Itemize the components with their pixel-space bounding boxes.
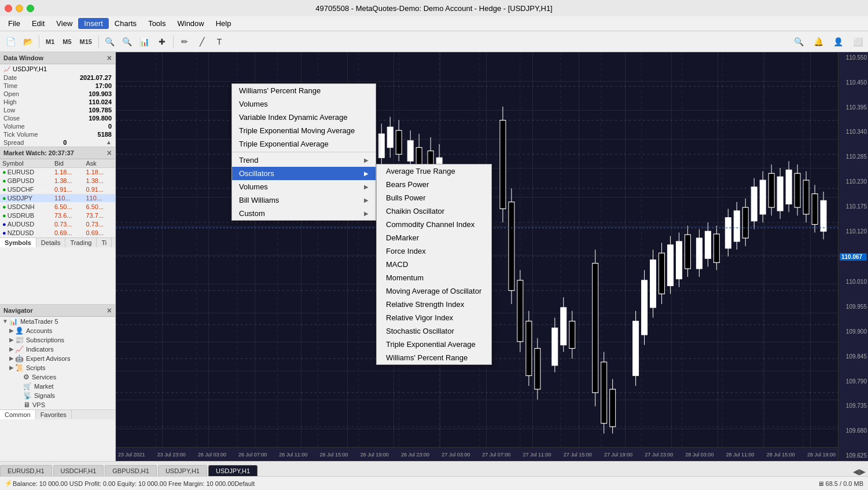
- nav-item-expert-advisors[interactable]: ▶ 🤖 Expert Advisors: [0, 354, 115, 363]
- market-symbol-EURUSD[interactable]: ●EURUSD: [0, 168, 52, 177]
- new-chart-btn[interactable]: 📄: [2, 34, 19, 50]
- tab-right-arrow[interactable]: ▶: [859, 467, 866, 476]
- crosshair-btn[interactable]: ✚: [154, 34, 170, 50]
- nav-item-indicators[interactable]: ▶ 📈 Indicators: [0, 345, 115, 354]
- ind-billwilliams[interactable]: Bill Williams ▶: [232, 193, 376, 207]
- notification-btn[interactable]: 🔔: [810, 34, 826, 50]
- chart-tab-usdchf[interactable]: USDCHF,H1: [53, 465, 104, 476]
- market-tab-details[interactable]: Details: [36, 238, 66, 247]
- chart-tab-usdjpy1[interactable]: USDJPY,H1: [158, 465, 207, 476]
- tf-m5[interactable]: M5: [59, 37, 75, 46]
- nav-item-signals[interactable]: 📡 Signals: [0, 391, 115, 400]
- menu-help[interactable]: Help: [210, 18, 237, 29]
- osc-bulls[interactable]: Bulls Power: [377, 191, 491, 204]
- menu-tools[interactable]: Tools: [142, 18, 171, 29]
- time-27jul15: 27 Jul 15:00: [564, 452, 592, 458]
- svg-rect-69: [633, 321, 639, 375]
- chart-tab-usdjpy2[interactable]: USDJPY,H1: [208, 465, 258, 476]
- market-watch-close[interactable]: ×: [107, 148, 112, 158]
- navigator-close[interactable]: ×: [107, 306, 112, 315]
- svg-rect-49: [509, 202, 514, 291]
- text-btn[interactable]: T: [211, 34, 227, 50]
- nav-tab-favorites[interactable]: Favorites: [36, 410, 72, 419]
- market-symbol-USDCHF[interactable]: ●USDCHF: [0, 185, 52, 194]
- account-btn[interactable]: 👤: [830, 34, 846, 50]
- chart-tab-gbpusd[interactable]: GBPUSD,H1: [105, 465, 157, 476]
- market-symbol-USDCNH[interactable]: ●USDCNH: [0, 203, 52, 211]
- menu-charts[interactable]: Charts: [109, 18, 142, 29]
- tab-left-arrow[interactable]: ◀: [853, 467, 859, 476]
- zoom-in-btn[interactable]: 🔍: [102, 34, 118, 50]
- price-110450: 110.450: [840, 79, 867, 86]
- nav-item-vps[interactable]: 🖥 VPS: [0, 400, 115, 409]
- osc-atr[interactable]: Average True Range: [377, 164, 491, 178]
- osc-rvi[interactable]: Relative Vigor Index: [377, 311, 491, 324]
- data-row-open: Open 109.903: [0, 90, 115, 98]
- market-tab-trading[interactable]: Trading: [65, 238, 97, 247]
- osc-chaikin[interactable]: Chaikin Oscillator: [377, 204, 491, 218]
- terminal-btn[interactable]: ⬜: [849, 34, 866, 50]
- minimize-button[interactable]: [16, 5, 23, 12]
- osc-rsi[interactable]: Relative Strength Index: [377, 298, 491, 311]
- chart-select-btn[interactable]: 📊: [137, 34, 153, 50]
- menu-edit[interactable]: Edit: [26, 18, 50, 29]
- osc-force[interactable]: Force Index: [377, 244, 491, 258]
- market-symbol-NZDUSD[interactable]: ●NZDUSD: [0, 229, 52, 237]
- osc-demarker[interactable]: DeMarker: [377, 231, 491, 244]
- menu-insert[interactable]: Insert: [78, 18, 109, 29]
- osc-tea[interactable]: Triple Exponential Average: [377, 338, 491, 351]
- nav-icon-vps: 🖥: [23, 401, 30, 409]
- nav-item-accounts[interactable]: ▶ 👤 Accounts: [0, 326, 115, 335]
- tf-m1[interactable]: M1: [42, 37, 58, 46]
- close-button[interactable]: [5, 5, 12, 12]
- ind-williams[interactable]: Williams' Percent Range: [232, 84, 376, 97]
- menu-window[interactable]: Window: [171, 18, 209, 29]
- osc-mao[interactable]: Moving Average of Oscillator: [377, 284, 491, 298]
- draw-btn[interactable]: ✏: [176, 34, 193, 50]
- maximize-button[interactable]: [27, 5, 34, 12]
- nav-item-services[interactable]: ⚙ Services: [0, 372, 115, 382]
- line-btn[interactable]: ╱: [194, 34, 210, 50]
- nav-item-subscriptions[interactable]: ▶ 📰 Subscriptions: [0, 335, 115, 345]
- market-bid-NZDUSD: 0.69...: [52, 229, 83, 237]
- ind-volumes[interactable]: Volumes: [232, 97, 376, 111]
- market-symbol-GBPUSD[interactable]: ●GBPUSD: [0, 177, 52, 185]
- ind-trend[interactable]: Trend ▶: [232, 153, 376, 167]
- status-connection: ⚡: [5, 480, 13, 487]
- ind-custom[interactable]: Custom ▶: [232, 207, 376, 220]
- svg-rect-101: [777, 177, 783, 211]
- menu-file[interactable]: File: [2, 18, 26, 29]
- market-tab-ti[interactable]: Ti: [97, 238, 112, 247]
- search-btn[interactable]: 🔍: [790, 34, 807, 50]
- time-axis: 23 Jul 2021 23 Jul 23:00 26 Jul 03:00 26…: [116, 447, 838, 461]
- osc-macd[interactable]: MACD: [377, 258, 491, 271]
- open-btn[interactable]: 📂: [20, 34, 36, 50]
- osc-stoch[interactable]: Stochastic Oscillator: [377, 324, 491, 338]
- ind-tema[interactable]: Triple Exponential Moving Average: [232, 124, 376, 137]
- nav-label: Indicators: [26, 346, 54, 353]
- osc-cci[interactable]: Commodity Channel Index: [377, 218, 491, 231]
- nav-item-scripts[interactable]: ▶ 📜 Scripts: [0, 363, 115, 372]
- market-tab-symbols[interactable]: Symbols: [0, 238, 36, 247]
- ind-oscillators[interactable]: Oscillators ▶: [232, 167, 376, 180]
- osc-williams[interactable]: Williams' Percent Range: [377, 351, 491, 364]
- ind-volumes2[interactable]: Volumes ▶: [232, 180, 376, 193]
- ind-tea[interactable]: Triple Exponential Average: [232, 137, 376, 151]
- market-symbol-AUDUSD[interactable]: ●AUDUSD: [0, 220, 52, 229]
- price-109900: 109.900: [840, 328, 867, 335]
- nav-item-market[interactable]: 🛒 Market: [0, 382, 115, 391]
- nav-expand-icon: ▶: [9, 364, 14, 371]
- zoom-out-btn[interactable]: 🔍: [119, 34, 135, 50]
- osc-bears[interactable]: Bears Power: [377, 178, 491, 191]
- price-current: 110.067: [840, 253, 867, 261]
- market-symbol-USDJPY[interactable]: ●USDJPY: [0, 194, 52, 203]
- data-window-close[interactable]: ×: [107, 53, 112, 63]
- tf-m15[interactable]: M15: [76, 37, 95, 46]
- chart-tab-eurusd[interactable]: EURUSD,H1: [0, 465, 52, 476]
- nav-item-metatrader-5[interactable]: ▼ 📊 MetaTrader 5: [0, 317, 115, 326]
- market-symbol-USDRUB[interactable]: ●USDRUB: [0, 211, 52, 220]
- osc-momentum[interactable]: Momentum: [377, 271, 491, 284]
- menu-view[interactable]: View: [50, 18, 78, 29]
- nav-tab-common[interactable]: Common: [0, 410, 36, 419]
- ind-vida[interactable]: Variable Index Dynamic Average: [232, 111, 376, 124]
